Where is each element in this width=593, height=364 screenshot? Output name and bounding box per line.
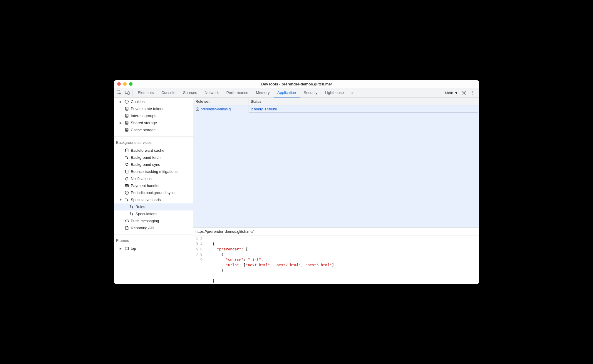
tab-network[interactable]: Network: [201, 88, 223, 97]
sidebar-item-label: Speculations: [135, 212, 157, 216]
code-gutter: 1 2 3 4 5 6 7 8 9: [193, 236, 205, 284]
frame-icon: [124, 246, 129, 251]
svg-rect-16: [125, 247, 128, 250]
tab-memory[interactable]: Memory: [252, 88, 274, 97]
code-content[interactable]: { "prerender": [ { "source": "list", "ur…: [205, 236, 334, 284]
window-controls: [114, 82, 133, 86]
sidebar-item-top[interactable]: ▶top: [114, 245, 193, 252]
db-icon: [124, 121, 129, 125]
svg-point-18: [197, 109, 198, 109]
chevron-down-icon: ▼: [454, 91, 458, 95]
sidebar-item-cache-storage[interactable]: ▶Cache storage: [114, 127, 193, 134]
sidebar-item-push-messaging[interactable]: ▶Push messaging: [114, 218, 193, 225]
cell-ruleset[interactable]: prerender-demos.g: [193, 105, 249, 113]
db-icon: [124, 114, 129, 118]
db-icon: [124, 148, 129, 153]
target-selector[interactable]: Main ▼: [445, 91, 458, 95]
col-header-ruleset[interactable]: Rule set: [193, 98, 249, 105]
sidebar-item-label: Push messaging: [131, 219, 159, 223]
tab-lighthouse[interactable]: Lighthouse: [321, 88, 348, 97]
sidebar-item-notifications[interactable]: ▶Notifications: [114, 175, 193, 182]
inspect-icon[interactable]: [115, 88, 123, 97]
tab-application[interactable]: Application: [274, 88, 300, 97]
svg-point-8: [125, 107, 128, 108]
tab-performance[interactable]: Performance: [222, 88, 252, 97]
tab-sources[interactable]: Sources: [179, 88, 201, 97]
svg-rect-2: [128, 92, 129, 95]
sidebar-item-payment-handler[interactable]: ▶Payment handler: [114, 182, 193, 189]
grid-header: Rule set Status: [193, 98, 479, 105]
disclosure-arrow-icon[interactable]: ▶: [119, 247, 123, 250]
disclosure-arrow-icon[interactable]: ▼: [119, 198, 123, 201]
sidebar-item-speculations[interactable]: ▶Speculations: [114, 210, 193, 218]
svg-point-6: [473, 94, 473, 95]
divider: [114, 136, 193, 137]
sidebar-item-label: Cache storage: [131, 128, 156, 132]
minimize-icon[interactable]: [123, 82, 127, 86]
sidebar-item-back-forward-cache[interactable]: ▶Back/forward cache: [114, 147, 193, 154]
sidebar-item-interest-groups[interactable]: ▶Interest groups: [114, 112, 193, 119]
svg-point-10: [125, 121, 128, 122]
sidebar-item-label: Notifications: [131, 176, 152, 181]
maximize-icon[interactable]: [129, 82, 133, 86]
sidebar-group-bg: ▶Back/forward cache▶Background fetch▶Bac…: [114, 146, 193, 233]
col-header-status[interactable]: Status: [249, 98, 479, 105]
sidebar: ▶Cookies▶Private state tokens▶Interest g…: [114, 98, 193, 284]
doc-icon: [124, 226, 129, 230]
toolbar-separator: [133, 90, 133, 96]
db-icon: [124, 169, 129, 174]
sidebar-item-background-fetch[interactable]: ▶Background fetch: [114, 154, 193, 161]
tab-elements[interactable]: Elements: [134, 88, 158, 97]
sidebar-item-label: Rules: [135, 205, 145, 209]
sidebar-item-speculative-loads[interactable]: ▼Speculative loads: [114, 196, 193, 203]
gear-icon[interactable]: [461, 90, 467, 96]
svg-point-4: [473, 91, 473, 92]
sidebar-item-bounce-tracking-mitigations[interactable]: ▶Bounce tracking mitigations: [114, 168, 193, 175]
close-icon[interactable]: [117, 82, 121, 86]
svg-point-3: [463, 92, 465, 93]
svg-point-13: [125, 170, 128, 171]
status-link[interactable]: 2 ready, 1 failure: [251, 107, 277, 111]
svg-point-9: [125, 114, 128, 115]
sidebar-section-frames: Frames: [114, 236, 193, 245]
svg-point-5: [473, 92, 473, 93]
sidebar-item-background-sync[interactable]: ▶Background sync: [114, 161, 193, 168]
sidebar-item-label: Background sync: [131, 162, 160, 167]
sidebar-item-label: Back/forward cache: [131, 148, 164, 153]
sidebar-item-label: Cookies: [131, 100, 145, 104]
tab-security[interactable]: Security: [300, 88, 321, 97]
window-title: DevTools - prerender-demos.glitch.me/: [114, 82, 479, 86]
sidebar-item-label: Periodic background sync: [131, 191, 175, 195]
bell-icon: [124, 176, 129, 181]
device-icon[interactable]: [123, 88, 131, 97]
db-icon: [124, 128, 129, 132]
status-dot-icon: [195, 107, 200, 111]
cell-status[interactable]: 2 ready, 1 failure: [249, 105, 479, 113]
main-panel: Rule set Status prerender-demos.g: [193, 98, 479, 284]
disclosure-arrow-icon[interactable]: ▶: [119, 100, 123, 103]
sidebar-group-frames: ▶top: [114, 245, 193, 254]
detail-url-text: https://prerender-demos.glitch.me/: [195, 229, 254, 234]
sidebar-item-private-state-tokens[interactable]: ▶Private state tokens: [114, 105, 193, 112]
sidebar-item-reporting-api[interactable]: ▶Reporting API: [114, 225, 193, 232]
sidebar-item-label: Background fetch: [131, 155, 160, 160]
disclosure-arrow-icon[interactable]: ▶: [119, 121, 123, 124]
titlebar: DevTools - prerender-demos.glitch.me/: [114, 80, 479, 88]
sidebar-item-label: top: [131, 246, 136, 251]
svg-point-11: [125, 128, 128, 129]
db-icon: [124, 107, 129, 111]
ruleset-link[interactable]: prerender-demos.g: [201, 107, 231, 111]
sidebar-item-shared-storage[interactable]: ▶Shared storage: [114, 119, 193, 127]
sync-icon: [124, 162, 129, 167]
divider: [114, 235, 193, 235]
svg-point-12: [125, 149, 128, 150]
sidebar-item-periodic-background-sync[interactable]: ▶Periodic background sync: [114, 189, 193, 196]
tabs-overflow[interactable]: »: [348, 88, 357, 97]
tab-console[interactable]: Console: [158, 88, 179, 97]
sidebar-item-cookies[interactable]: ▶Cookies: [114, 98, 193, 105]
more-icon[interactable]: [470, 90, 476, 96]
detail-url: https://prerender-demos.glitch.me/: [193, 228, 479, 235]
sidebar-item-rules[interactable]: ▶Rules: [114, 203, 193, 210]
body: ▶Cookies▶Private state tokens▶Interest g…: [114, 98, 479, 284]
grid-row[interactable]: prerender-demos.g 2 ready, 1 failure: [193, 105, 479, 113]
